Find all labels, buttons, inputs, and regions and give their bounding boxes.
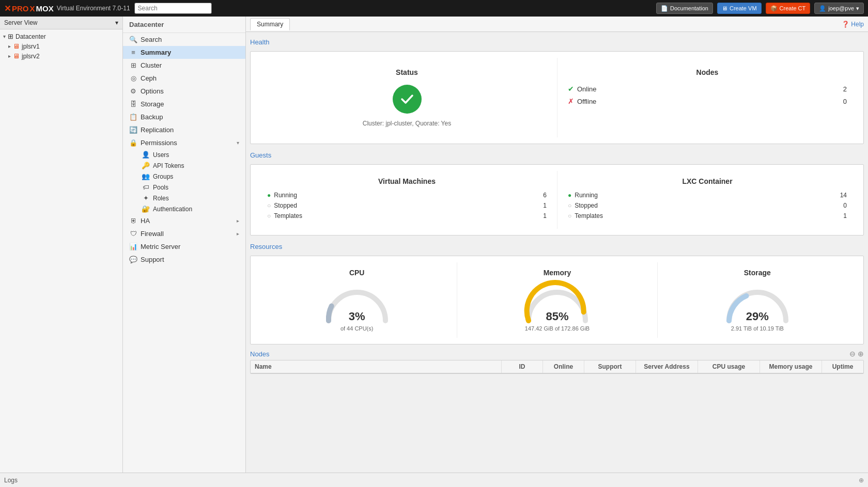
metric-server-icon: 📊 — [129, 243, 137, 250]
nav-item-api-tokens[interactable]: 🔑 API Tokens — [137, 160, 245, 171]
expand-arrow-icon: ▸ — [8, 43, 11, 49]
users-icon: 👤 — [142, 151, 150, 159]
nav-item-cluster[interactable]: ⊞ Cluster — [123, 59, 245, 72]
logo-subtitle: Virtual Environment 7.0-11 — [57, 5, 130, 12]
guests-card: Virtual Machines ● Running 6 ○ Stopped — [250, 164, 864, 235]
lxc-running-row: ● Running 14 — [568, 192, 847, 199]
logo-x-icon: ✕ — [4, 4, 11, 13]
online-dot-icon: ✔ — [568, 85, 574, 93]
cluster-icon: ⊞ — [129, 61, 137, 69]
topbar: ✕ PROXMOX Virtual Environment 7.0-11 📄 D… — [0, 0, 868, 17]
vm-running-row: ● Running 6 — [267, 192, 547, 199]
support-icon: 💬 — [129, 256, 137, 263]
offline-dot-icon: ✗ — [568, 97, 574, 105]
summary-icon: ≡ — [129, 49, 137, 56]
online-stat: ✔ Online 2 — [568, 85, 847, 93]
help-button[interactable]: ❓ Help — [842, 21, 864, 28]
node-icon: 🖥 — [13, 42, 20, 50]
logo-x2-icon: X — [30, 4, 35, 13]
authentication-icon: 🔐 — [142, 205, 150, 213]
ha-icon: ⛨ — [129, 217, 137, 225]
nav-item-authentication[interactable]: 🔐 Authentication — [137, 203, 245, 214]
online-count: 2 — [831, 85, 847, 93]
nav-item-ceph[interactable]: ◎ Ceph — [123, 72, 245, 85]
documentation-button[interactable]: 📄 Documentation — [656, 3, 713, 14]
logo-text: PRO — [12, 4, 29, 13]
expand-icon[interactable]: ⊕ — [858, 350, 864, 358]
collapse-icon[interactable]: ⊖ — [849, 350, 856, 358]
table-header: Name ID Online Support Server Address CP… — [251, 360, 863, 373]
resources-grid: CPU 3% of 44 CPU(s) — [257, 262, 857, 338]
groups-icon: 👥 — [142, 172, 150, 180]
vm-stopped-count: 1 — [526, 202, 547, 209]
tree-item-jplsrv2[interactable]: ▸ 🖥 jplsrv2 — [0, 51, 122, 61]
ha-expand-icon: ▸ — [237, 218, 239, 224]
lxc-col: LXC Container ● Running 14 ○ Stopped — [557, 171, 857, 229]
nav-item-backup[interactable]: 📋 Backup — [123, 111, 245, 123]
cpu-pct: 3% — [349, 310, 365, 323]
offline-stat: ✗ Offline 0 — [568, 97, 847, 105]
search-icon: 🔍 — [129, 36, 137, 43]
user-menu-button[interactable]: 👤 joep@pve ▾ — [814, 3, 864, 14]
stopped-dot-icon: ○ — [267, 202, 271, 209]
server-view-label: Server View — [4, 19, 37, 26]
create-ct-button[interactable]: 📦 Create CT — [766, 3, 811, 14]
ceph-icon: ◎ — [129, 74, 137, 82]
cpu-col: CPU 3% of 44 CPU(s) — [257, 262, 457, 338]
nodes-status-col: Nodes ✔ Online 2 ✗ Offline — [557, 58, 857, 137]
nav-item-support[interactable]: 💬 Support — [123, 253, 245, 266]
replication-icon: 🔄 — [129, 126, 137, 134]
memory-title: Memory — [544, 269, 571, 277]
logs-bar-right: ⊕ — [859, 477, 864, 484]
cpu-gauge: 3% — [321, 282, 393, 323]
nav-item-ha[interactable]: ⛨ HA ▸ — [123, 214, 245, 227]
content-tabs-bar: Summary ❓ Help — [246, 17, 868, 32]
lxc-running-count: 14 — [826, 192, 847, 199]
nav-item-groups[interactable]: 👥 Groups — [137, 171, 245, 182]
nav-item-summary[interactable]: ≡ Summary — [123, 46, 245, 59]
lxc-title: LXC Container — [568, 177, 847, 185]
tree-item-datacenter[interactable]: ▾ ⊞ Datacenter — [0, 32, 122, 41]
nav-item-replication[interactable]: 🔄 Replication — [123, 123, 245, 136]
cluster-info: Cluster: jpl-cluster, Quorate: Yes — [363, 120, 451, 127]
vm-stopped-row: ○ Stopped 1 — [267, 202, 547, 209]
logs-expand-icon[interactable]: ⊕ — [859, 477, 864, 484]
server-tree-panel: Server View ▾ ▾ ⊞ Datacenter ▸ 🖥 jplsrv1… — [0, 17, 123, 473]
health-section-label: Health — [250, 36, 864, 48]
nav-item-metric-server[interactable]: 📊 Metric Server — [123, 240, 245, 253]
tree-item-jplsrv1[interactable]: ▸ 🖥 jplsrv1 — [0, 41, 122, 51]
nav-item-storage[interactable]: 🗄 Storage — [123, 98, 245, 111]
col-memory: Memory usage — [760, 360, 822, 373]
tree-area: ▾ ⊞ Datacenter ▸ 🖥 jplsrv1 ▸ 🖥 jplsrv2 — [0, 29, 122, 473]
box-icon: 📦 — [770, 5, 778, 12]
user-icon: 👤 — [819, 5, 826, 12]
memory-pct: 85% — [546, 310, 568, 323]
nav-item-users[interactable]: 👤 Users — [137, 149, 245, 160]
col-id: ID — [502, 360, 543, 373]
search-input[interactable] — [134, 3, 212, 14]
nav-item-firewall[interactable]: 🛡 Firewall ▸ — [123, 227, 245, 240]
storage-icon: 🗄 — [129, 100, 137, 108]
pools-icon: 🏷 — [142, 183, 150, 191]
nav-item-pools[interactable]: 🏷 Pools — [137, 182, 245, 193]
main-layout: Server View ▾ ▾ ⊞ Datacenter ▸ 🖥 jplsrv1… — [0, 17, 868, 473]
storage-title: Storage — [744, 269, 771, 277]
guests-section-label: Guests — [250, 149, 864, 161]
nav-item-search[interactable]: 🔍 Search — [123, 33, 245, 46]
templates-dot-icon: ○ — [267, 212, 271, 219]
health-status-col: Status Cluster: jpl-cluster, Quorate: Ye… — [257, 58, 557, 137]
create-vm-button[interactable]: 🖥 Create VM — [717, 3, 762, 14]
col-server: Server Address — [636, 360, 698, 373]
lxc-running-dot-icon: ● — [568, 192, 571, 199]
tab-summary[interactable]: Summary — [250, 18, 290, 30]
nav-item-permissions[interactable]: 🔒 Permissions ▾ — [123, 136, 245, 149]
lxc-stopped-dot-icon: ○ — [568, 202, 571, 209]
guests-grid: Virtual Machines ● Running 6 ○ Stopped — [257, 171, 857, 229]
nodes-table-label: Nodes — [250, 350, 270, 358]
nav-item-roles[interactable]: ✦ Roles — [137, 193, 245, 203]
nodes-table-header: Nodes ⊖ ⊕ — [250, 350, 864, 358]
help-circle-icon: ❓ — [842, 21, 849, 28]
storage-sub: 2.91 TiB of 10.19 TiB — [731, 325, 784, 332]
storage-pct: 29% — [746, 310, 769, 323]
nav-item-options[interactable]: ⚙ Options — [123, 85, 245, 98]
